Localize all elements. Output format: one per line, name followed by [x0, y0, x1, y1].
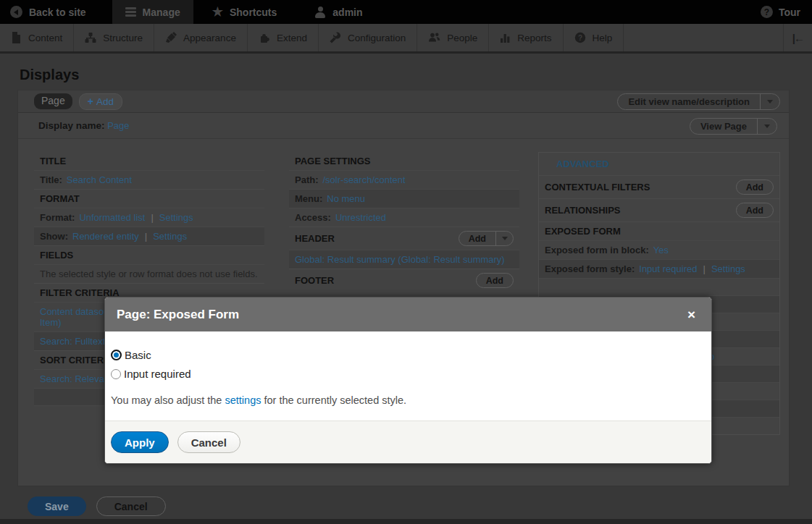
back-arrow-icon	[10, 6, 22, 18]
dialog-hint: You may also adjust the settings for the…	[111, 394, 700, 406]
menu-item-reports[interactable]: Reports	[489, 24, 563, 51]
edit-view-name-button[interactable]: Edit view name/description	[617, 93, 780, 110]
exposed-style-link[interactable]: Input required	[639, 263, 697, 274]
section-page-settings: PAGE SETTINGS	[289, 152, 519, 170]
menu-label: Content	[28, 33, 62, 43]
display-tab-page[interactable]: Page	[34, 93, 72, 109]
radio-unselected-icon[interactable]	[111, 369, 121, 379]
header-item-row: Global: Result summary (Global: Result s…	[289, 250, 519, 269]
menu-item-people[interactable]: People	[417, 24, 489, 51]
format-row: Format:Unformatted list|Settings	[34, 208, 264, 227]
section-fields: FIELDS	[34, 245, 264, 264]
chevron-down-icon[interactable]	[760, 94, 779, 109]
toolbar-item-admin[interactable]: admin	[304, 0, 372, 24]
display-tabs-bar: Page + Add Edit view name/description	[18, 90, 789, 113]
settings-link[interactable]: settings	[225, 394, 261, 406]
result-summary-link[interactable]: Global: Result summary (Global: Result s…	[295, 254, 505, 265]
svg-text:?: ?	[578, 34, 582, 42]
contextual-filters-add-button[interactable]: Add	[736, 179, 774, 195]
tour-label: Tour	[779, 7, 800, 18]
show-settings-link[interactable]: Settings	[153, 231, 187, 242]
page-title: Displays	[20, 67, 79, 83]
advanced-link[interactable]: ADVANCED	[556, 159, 609, 169]
menu-label: Structure	[103, 33, 143, 43]
access-row: Access:Unrestricted	[289, 208, 519, 227]
people-icon	[428, 32, 440, 43]
dialog-cancel-button[interactable]: Cancel	[177, 431, 240, 453]
format-settings-link[interactable]: Settings	[159, 212, 193, 223]
exposed-style-settings-link[interactable]: Settings	[711, 263, 745, 274]
menu-item-extend[interactable]: Extend	[248, 24, 319, 51]
user-icon	[314, 7, 326, 18]
admin-label: admin	[332, 7, 362, 18]
views-column-second: PAGE SETTINGS Path:/solr-search/content …	[289, 152, 519, 292]
section-contextual-filters: CONTEXTUAL FILTERS Add	[539, 175, 779, 198]
radio-option-basic[interactable]: Basic	[111, 349, 700, 361]
bottom-strip	[0, 519, 812, 524]
row-stripe	[539, 278, 779, 295]
show-link[interactable]: Rendered entity	[72, 231, 139, 242]
toolbar-item-shortcuts[interactable]: ★ Shortcuts	[202, 0, 288, 24]
header-add-button[interactable]: Add	[459, 231, 514, 246]
tour-button[interactable]: ? Tour	[749, 0, 812, 24]
section-header: HEADER Add	[289, 227, 519, 250]
section-footer: FOOTER Add	[289, 269, 519, 292]
access-link[interactable]: Unrestricted	[335, 212, 386, 223]
manage-label: Manage	[143, 7, 180, 18]
path-row: Path:/solr-search/content	[289, 170, 519, 189]
menu-item-content[interactable]: Content	[0, 24, 74, 51]
exposed-block-link[interactable]: Yes	[653, 245, 669, 255]
exposed-block-row: Exposed form in block:Yes	[539, 240, 779, 259]
admin-menu-tray: Content Structure Appearance Extend Conf…	[0, 24, 812, 54]
dialog-title: Page: Exposed Form	[117, 308, 239, 322]
puzzle-icon	[259, 32, 270, 43]
menu-link[interactable]: No menu	[327, 193, 365, 204]
title-row: Title:Search Content	[34, 170, 264, 189]
menu-item-configuration[interactable]: Configuration	[319, 24, 417, 51]
dialog-header[interactable]: Page: Exposed Form ×	[105, 297, 711, 331]
apply-button[interactable]: Apply	[111, 431, 169, 453]
radio-selected-icon[interactable]	[111, 350, 122, 360]
fields-note-row: The selected style or row format does no…	[34, 264, 264, 283]
toolbar-item-manage[interactable]: Manage	[112, 0, 193, 24]
hamburger-icon	[125, 7, 136, 17]
title-link[interactable]: Search Content	[67, 174, 132, 185]
exposed-form-dialog: Page: Exposed Form × Basic Input require…	[104, 297, 712, 464]
menu-label: Help	[593, 33, 613, 43]
question-icon: ?	[761, 6, 773, 18]
add-display-button[interactable]: + Add	[79, 93, 122, 110]
cancel-button[interactable]: Cancel	[96, 496, 166, 516]
format-link[interactable]: Unformatted list	[79, 212, 145, 223]
add-display-label: Add	[96, 96, 114, 107]
radio-option-input-required[interactable]: Input required	[111, 368, 700, 380]
save-button[interactable]: Save	[28, 496, 86, 516]
menu-label: Configuration	[348, 33, 406, 43]
paintbrush-icon	[165, 32, 177, 43]
exposed-style-row: Exposed form style:Input required|Settin…	[539, 259, 779, 278]
menu-item-appearance[interactable]: Appearance	[154, 24, 248, 51]
document-icon	[11, 32, 22, 43]
radio-basic-label: Basic	[125, 349, 151, 361]
view-page-button[interactable]: View Page	[690, 118, 777, 135]
display-name-bar: Display name: Page View Page	[18, 113, 789, 139]
section-format: FORMAT	[34, 189, 264, 208]
show-row: Show:Rendered entity|Settings	[34, 227, 264, 245]
close-icon[interactable]: ×	[683, 308, 700, 321]
chevron-down-icon[interactable]	[757, 119, 777, 134]
back-to-site-button[interactable]: Back to site	[0, 0, 96, 24]
relationships-add-button[interactable]: Add	[736, 203, 774, 218]
menu-item-help[interactable]: ? Help	[564, 24, 624, 51]
collapse-tray-button[interactable]: |←	[783, 24, 812, 51]
menu-label: People	[447, 33, 477, 43]
chevron-down-icon[interactable]	[495, 232, 513, 245]
bar-chart-icon	[500, 32, 511, 43]
section-title: TITLE	[34, 152, 264, 170]
menu-row: Menu:No menu	[289, 189, 519, 208]
sitemap-icon	[85, 32, 96, 43]
display-name-link[interactable]: Page	[107, 120, 129, 131]
display-name-label: Display name:	[38, 120, 105, 131]
path-link[interactable]: /solr-search/content	[323, 174, 406, 185]
menu-item-structure[interactable]: Structure	[74, 24, 154, 51]
footer-add-button[interactable]: Add	[476, 273, 514, 288]
dialog-body: Basic Input required You may also adjust…	[105, 331, 711, 421]
